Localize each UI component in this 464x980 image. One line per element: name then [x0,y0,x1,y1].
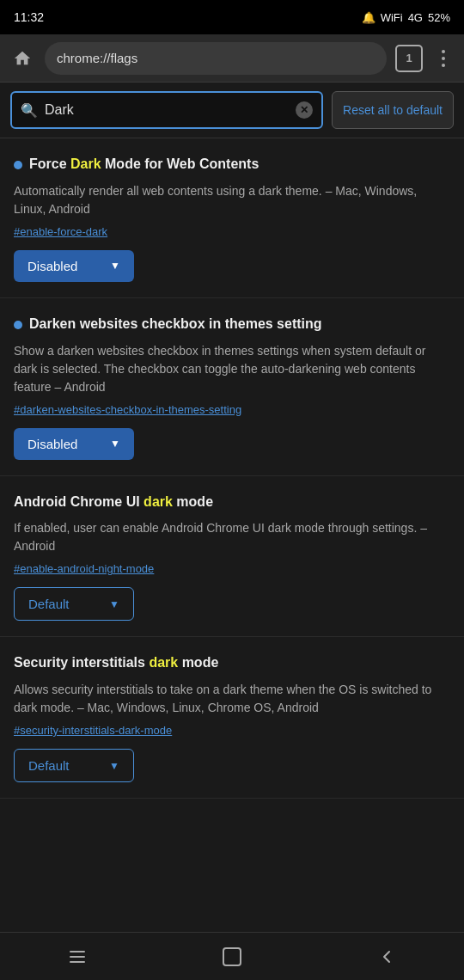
menu-dot-2 [442,57,445,60]
search-clear-button[interactable]: ✕ [296,101,313,119]
flag-link-darken-websites[interactable]: #darken-websites-checkbox-in-themes-sett… [14,403,450,416]
address-text: chrome://flags [57,51,375,65]
flag-desc-force-dark: Automatically render all web contents us… [14,182,450,218]
flag-indicator-1 [14,161,22,169]
flag-dropdown-value-security-dark: Default [28,758,70,773]
flag-dropdown-security-dark[interactable]: Default ▼ [14,749,134,782]
flag-title-android-dark: Android Chrome UI dark mode [14,493,450,511]
flag-dropdown-value-darken-websites: Disabled [27,437,77,451]
dropdown-arrow-1: ▼ [110,260,120,272]
flag-title-highlight-4: dark [149,655,178,670]
search-input-value: Dark [45,102,289,118]
flag-title-force-dark: Force Dark Mode for Web Contents [14,156,450,174]
status-bar: 11:32 🔔 WiFi 4G 52% [0,0,464,34]
battery-text: 52% [428,11,450,24]
flag-desc-security-dark: Allows security interstitials to take on… [14,681,450,717]
dropdown-arrow-4: ▼ [109,760,119,772]
flag-item-darken-websites: Darken websites checkbox in themes setti… [0,298,464,476]
reset-all-button[interactable]: Reset all to default [332,91,454,129]
flag-desc-darken-websites: Show a darken websites checkbox in theme… [14,342,450,396]
flag-dropdown-value-android-dark: Default [28,597,70,611]
flag-dropdown-value-force-dark: Disabled [27,259,77,273]
search-box[interactable]: 🔍 Dark ✕ [10,91,323,129]
flag-item-android-dark: Android Chrome UI dark mode If enabled, … [0,476,464,638]
home-button[interactable] [9,45,36,72]
tab-count[interactable]: 1 [395,45,423,72]
flag-indicator-2 [14,321,22,329]
nav-menu-button[interactable] [60,940,95,974]
flag-desc-android-dark: If enabled, user can enable Android Chro… [14,519,450,555]
flag-item-force-dark: Force Dark Mode for Web Contents Automat… [0,138,464,298]
dropdown-arrow-2: ▼ [110,438,120,450]
menu-button[interactable] [431,46,455,70]
browser-toolbar: chrome://flags 1 [0,34,464,83]
alarm-icon: 🔔 [362,11,375,24]
search-container: 🔍 Dark ✕ Reset all to default [0,83,464,138]
signal-icon: 4G [408,11,423,24]
status-time: 11:32 [14,10,44,24]
search-icon: 🔍 [21,102,38,119]
nav-back-button[interactable] [369,940,404,974]
svg-rect-1 [70,956,85,958]
flags-list: Force Dark Mode for Web Contents Automat… [0,138,464,799]
bottom-navigation [0,932,464,980]
wifi-icon: WiFi [381,11,403,24]
flag-title-darken-websites: Darken websites checkbox in themes setti… [14,315,450,334]
flag-title-highlight-1: Dark [70,156,101,171]
dropdown-arrow-3: ▼ [109,598,119,610]
nav-square-icon [223,947,241,966]
flag-link-android-dark[interactable]: #enable-android-night-mode [14,562,450,575]
flag-item-security-dark: Security interstitials dark mode Allows … [0,637,464,799]
flag-link-force-dark[interactable]: #enable-force-dark [14,225,450,238]
svg-rect-0 [70,951,85,952]
flag-dropdown-darken-websites[interactable]: Disabled ▼ [14,428,134,460]
status-icons: 🔔 WiFi 4G 52% [362,11,450,24]
address-bar[interactable]: chrome://flags [45,42,387,75]
nav-home-button[interactable] [215,940,249,974]
svg-rect-2 [70,961,85,963]
flag-dropdown-android-dark[interactable]: Default ▼ [14,587,134,621]
menu-dot-3 [442,64,445,67]
flag-dropdown-force-dark[interactable]: Disabled ▼ [14,250,134,282]
flag-link-security-dark[interactable]: #security-interstitials-dark-mode [14,724,450,737]
flag-title-highlight-3: dark [143,494,173,509]
menu-dot-1 [442,50,445,53]
flag-title-security-dark: Security interstitials dark mode [14,654,450,672]
